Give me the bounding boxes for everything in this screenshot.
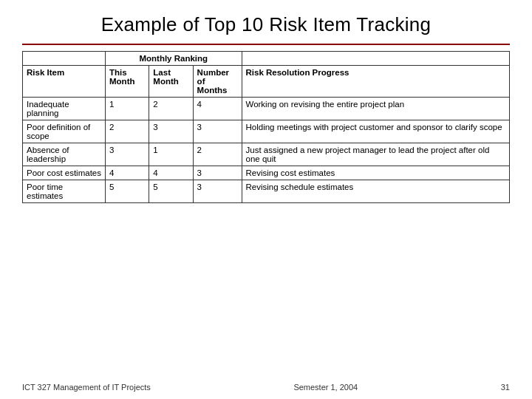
col-header-res: Risk Resolution Progress	[242, 66, 510, 98]
resolution-header-empty	[242, 52, 510, 66]
table-wrapper: Monthly Ranking Risk Item This Month Las…	[22, 51, 510, 378]
cell-resolution: Revising cost estimates	[242, 166, 510, 180]
cell-last_month: 5	[149, 180, 193, 203]
table-row: Poor cost estimates443Revising cost esti…	[23, 166, 510, 180]
monthly-ranking-header: Monthly Ranking	[106, 52, 242, 66]
table-row: Absence of leadership312Just assigned a …	[23, 143, 510, 166]
cell-resolution: Revising schedule estimates	[242, 180, 510, 203]
cell-resolution: Holding meetings with project customer a…	[242, 120, 510, 143]
empty-header-cell	[23, 52, 106, 66]
cell-last_month: 4	[149, 166, 193, 180]
cell-num_months: 3	[193, 166, 242, 180]
footer-left: ICT 327 Management of IT Projects	[22, 383, 151, 392]
page-title: Example of Top 10 Risk Item Tracking	[22, 13, 510, 36]
cell-num_months: 3	[193, 120, 242, 143]
footer-center: Semester 1, 2004	[293, 383, 358, 392]
cell-risk_item: Poor time estimates	[23, 180, 106, 203]
cell-this_month: 5	[106, 180, 149, 203]
cell-risk_item: Poor definition of scope	[23, 120, 106, 143]
cell-risk_item: Inadequate planning	[23, 98, 106, 120]
cell-last_month: 1	[149, 143, 193, 166]
red-divider	[22, 44, 510, 45]
col-header-num: Number of Months	[193, 66, 242, 98]
cell-risk_item: Poor cost estimates	[23, 166, 106, 180]
col-header-this: This Month	[106, 66, 149, 98]
cell-this_month: 4	[106, 166, 149, 180]
cell-this_month: 1	[106, 98, 149, 120]
cell-risk_item: Absence of leadership	[23, 143, 106, 166]
cell-num_months: 3	[193, 180, 242, 203]
table-row: Poor time estimates553Revising schedule …	[23, 180, 510, 203]
footer: ICT 327 Management of IT Projects Semest…	[22, 378, 510, 392]
cell-this_month: 2	[106, 120, 149, 143]
cell-last_month: 3	[149, 120, 193, 143]
cell-this_month: 3	[106, 143, 149, 166]
risk-tracking-table: Monthly Ranking Risk Item This Month Las…	[22, 51, 510, 203]
cell-num_months: 2	[193, 143, 242, 166]
col-header-last: Last Month	[149, 66, 193, 98]
table-row: Poor definition of scope233Holding meeti…	[23, 120, 510, 143]
page: Example of Top 10 Risk Item Tracking Mon…	[0, 0, 532, 399]
col-header-risk: Risk Item	[23, 66, 106, 98]
cell-last_month: 2	[149, 98, 193, 120]
table-row: Inadequate planning124Working on revisin…	[23, 98, 510, 120]
cell-num_months: 4	[193, 98, 242, 120]
footer-right: 31	[501, 383, 510, 392]
cell-resolution: Just assigned a new project manager to l…	[242, 143, 510, 166]
cell-resolution: Working on revising the entire project p…	[242, 98, 510, 120]
